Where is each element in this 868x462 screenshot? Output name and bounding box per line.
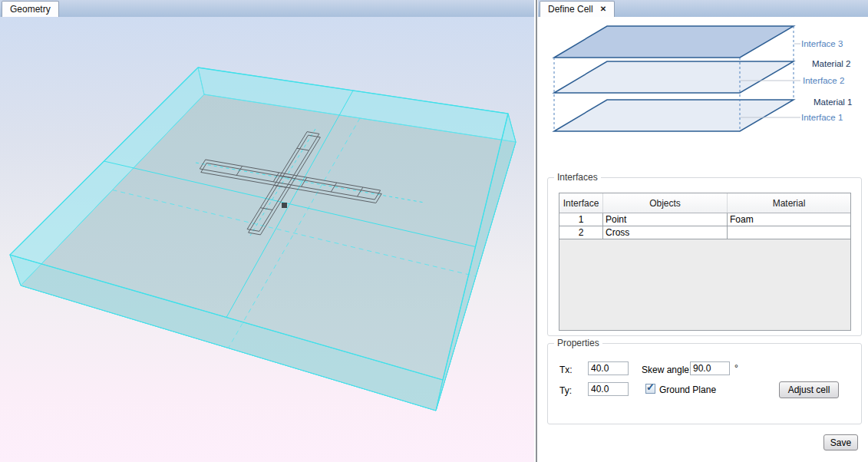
ty-input[interactable]: [588, 382, 629, 396]
define-cell-panel: Interface 3 Material 2 Interface 2 Mater…: [538, 17, 868, 462]
tab-close-icon[interactable]: ✕: [600, 5, 606, 13]
label-interface-3: Interface 3: [801, 39, 843, 48]
properties-groupbox: Properties Tx: Skew angle: ° Ty: ✓ Groun…: [547, 343, 862, 424]
layer-bottom: [554, 100, 794, 131]
label-interface-2: Interface 2: [803, 76, 844, 85]
cell-interface[interactable]: 2: [559, 226, 603, 239]
interfaces-table[interactable]: Interface Objects Material 1 Point Foam …: [559, 193, 851, 331]
table-row[interactable]: 1 Point Foam: [559, 213, 850, 226]
tab-geometry[interactable]: Geometry: [2, 1, 59, 17]
cell-interface[interactable]: 1: [559, 213, 603, 226]
save-button[interactable]: Save: [823, 434, 858, 450]
cell-objects[interactable]: Cross: [603, 226, 728, 239]
3d-scene: [0, 17, 534, 462]
layer-top: [554, 26, 794, 58]
interfaces-group-title: Interfaces: [554, 173, 601, 183]
skew-angle-input[interactable]: [690, 361, 730, 375]
ground-plane-label: Ground Plane: [659, 384, 716, 395]
cell-material[interactable]: Foam: [728, 213, 850, 226]
adjust-cell-button[interactable]: Adjust cell: [779, 381, 839, 398]
label-interface-1: Interface 1: [801, 113, 843, 122]
interfaces-groupbox: Interfaces Interface Objects Material 1 …: [547, 177, 862, 336]
table-row[interactable]: 2 Cross: [559, 226, 850, 239]
column-header-objects: Objects: [603, 193, 728, 213]
layer-stack-diagram: Interface 3 Material 2 Interface 2 Mater…: [538, 23, 868, 165]
cell-material[interactable]: [728, 226, 850, 239]
cell-objects[interactable]: Point: [603, 213, 728, 226]
degree-symbol: °: [734, 363, 738, 374]
tx-input[interactable]: [588, 361, 629, 375]
column-header-material: Material: [728, 193, 850, 213]
column-header-interface: Interface: [559, 193, 603, 213]
label-material-2: Material 2: [812, 59, 851, 68]
origin-marker: [282, 203, 287, 208]
label-material-1: Material 1: [814, 97, 853, 107]
checkmark-icon: ✓: [646, 381, 655, 393]
properties-group-title: Properties: [554, 338, 602, 348]
skew-angle-label: Skew angle:: [642, 365, 691, 375]
tab-geometry-label: Geometry: [10, 4, 51, 15]
interfaces-table-header: Interface Objects Material: [559, 193, 850, 213]
tx-label: Tx:: [559, 365, 573, 375]
geometry-tabbar: Geometry: [0, 0, 534, 17]
layer-middle: [554, 61, 794, 93]
tab-define-cell-label: Define Cell: [548, 4, 593, 15]
ground-plane-checkbox[interactable]: ✓: [645, 384, 655, 394]
geometry-3d-viewport[interactable]: [0, 17, 534, 462]
tab-define-cell[interactable]: Define Cell ✕: [540, 1, 615, 17]
define-cell-tabbar: Define Cell ✕: [538, 0, 868, 17]
ty-label: Ty:: [559, 385, 572, 396]
